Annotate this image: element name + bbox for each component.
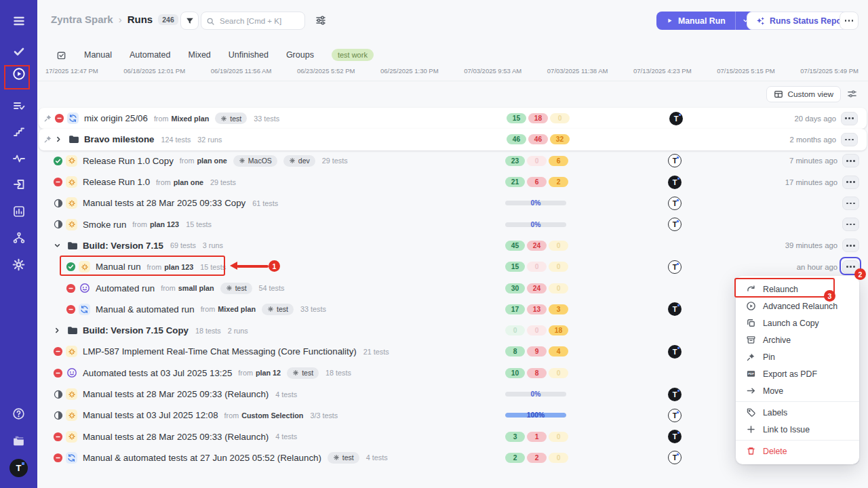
- assignee-avatar[interactable]: T: [668, 302, 682, 316]
- group-row[interactable]: Build: Version 7.1569 tests3 runs4524039…: [37, 235, 868, 256]
- row-more-button[interactable]: [842, 260, 859, 274]
- menu-item-labels[interactable]: Labels: [736, 404, 859, 421]
- run-row[interactable]: Release Run 1.0fromplan one29 tests2162T…: [37, 171, 868, 192]
- tab-unfinished[interactable]: Unfinished: [229, 50, 269, 60]
- assignee-avatar[interactable]: T: [668, 260, 682, 274]
- user-avatar[interactable]: T: [9, 459, 28, 477]
- tab-mixed[interactable]: Mixed: [188, 50, 210, 60]
- timeline-date: 07/15/2025 5:49 PM: [800, 67, 859, 75]
- more-dots-icon: [845, 139, 854, 141]
- search-settings-icon[interactable]: [315, 15, 326, 28]
- menu-item-advanced-relaunch[interactable]: Advanced Relaunch: [736, 298, 859, 314]
- assignee-avatar[interactable]: T: [668, 176, 682, 189]
- avatar-accent: [677, 453, 679, 455]
- run-type-manual-icon: [66, 197, 77, 209]
- help-icon[interactable]: [0, 407, 37, 421]
- result-count-yellow: 6: [549, 156, 568, 166]
- chevron-down-icon: [53, 241, 62, 250]
- milestones-steps-icon[interactable]: [0, 125, 37, 139]
- projects-folder-icon[interactable]: [0, 434, 37, 448]
- run-stats: 464632: [507, 134, 570, 144]
- menu-item-export-as-pdf[interactable]: PDFExport as PDF: [736, 365, 859, 382]
- environment-badge-label: test: [277, 305, 288, 313]
- run-row[interactable]: Manual tests at 28 Mar 2025 09:33 Copy61…: [37, 192, 868, 214]
- result-count-green: 3: [505, 432, 525, 442]
- assignee-avatar[interactable]: T: [669, 112, 683, 125]
- run-row[interactable]: Manual runfromplan 12315 tests1500Tan ho…: [37, 256, 868, 277]
- run-name: Release Run 1.0: [83, 177, 150, 187]
- more-dots-icon: [846, 181, 855, 183]
- settings-gear-icon[interactable]: [0, 258, 37, 272]
- row-more-button[interactable]: [842, 197, 859, 210]
- row-more-button[interactable]: [842, 218, 859, 231]
- runs-count: 32 runs: [197, 136, 222, 144]
- menu-item-pin[interactable]: Pin: [736, 348, 859, 365]
- menu-item-link-to-issue[interactable]: Link to Issue: [736, 421, 859, 438]
- search-input[interactable]: [201, 12, 305, 30]
- run-type-automated-icon: [79, 283, 90, 294]
- progress-bar: 100%: [505, 410, 566, 420]
- sparkles-icon: [755, 16, 765, 26]
- run-type-manual-icon: [66, 388, 77, 400]
- menu-item-delete[interactable]: Delete: [736, 443, 859, 460]
- assignee-avatar[interactable]: T: [668, 430, 682, 443]
- view-settings-icon[interactable]: [847, 89, 857, 102]
- sign-in-icon[interactable]: [0, 178, 37, 191]
- tab-automated[interactable]: Automated: [130, 50, 170, 60]
- assignee-avatar[interactable]: T: [668, 451, 682, 464]
- archive-icon: [746, 335, 756, 345]
- run-context-menu: RelaunchAdvanced RelaunchLaunch a CopyAr…: [736, 276, 859, 464]
- assignee-avatar[interactable]: T: [668, 409, 682, 422]
- filter-button[interactable]: [180, 12, 199, 30]
- select-all-icon[interactable]: [56, 50, 66, 60]
- assignee-avatar[interactable]: T: [668, 197, 682, 210]
- test-cases-icon[interactable]: [0, 99, 37, 113]
- menu-item-launch-a-copy[interactable]: Launch a Copy: [736, 314, 859, 331]
- assignee-avatar[interactable]: T: [668, 218, 682, 231]
- move-arrow-icon: [746, 386, 756, 396]
- run-row[interactable]: Release Run 1.0 Copyfromplan oneMacOSdev…: [37, 150, 868, 171]
- user-avatar-initial: T: [16, 463, 22, 473]
- environment-badge-label: MacOS: [248, 157, 272, 165]
- row-more-button[interactable]: [841, 112, 858, 125]
- menu-item-move[interactable]: Move: [736, 382, 859, 399]
- integrations-branch-icon[interactable]: [0, 231, 37, 245]
- from-label: from: [156, 178, 171, 186]
- environment-badge: MacOS: [233, 155, 277, 167]
- run-row[interactable]: Smoke runfromplan 12315 tests0%T: [37, 214, 868, 235]
- row-more-button[interactable]: [842, 239, 859, 252]
- progress-label: 0%: [505, 390, 566, 398]
- run-row[interactable]: mix origin 25/06fromMixed plantest33 tes…: [39, 108, 867, 129]
- assignee-avatar[interactable]: T: [668, 388, 682, 401]
- header-more-button[interactable]: [840, 12, 859, 30]
- group-row[interactable]: Bravo milestone124 tests32 runs4646322 m…: [39, 129, 867, 150]
- result-count-yellow: 0: [549, 283, 568, 293]
- menu-item-relaunch[interactable]: Relaunch: [736, 281, 859, 298]
- row-more-button[interactable]: [842, 176, 859, 189]
- breadcrumb-page: Runs: [127, 14, 153, 25]
- filter-tag-badge[interactable]: test work: [332, 49, 374, 61]
- run-name: Manual tests at 28 Mar 2025 09:33 (Relau…: [83, 432, 269, 442]
- result-count-green: 0: [505, 325, 525, 336]
- breadcrumb-project[interactable]: Zyntra Spark: [51, 14, 113, 25]
- row-more-button[interactable]: [842, 154, 859, 167]
- result-count-yellow: 0: [549, 368, 568, 378]
- tab-groups[interactable]: Groups: [286, 50, 314, 60]
- assignee-avatar[interactable]: T: [668, 345, 682, 359]
- custom-view-button[interactable]: Custom view: [766, 86, 841, 102]
- avatar-accent: [677, 220, 679, 222]
- reports-chart-icon[interactable]: [0, 205, 37, 218]
- tasks-check-icon[interactable]: [0, 45, 37, 58]
- timeline-date: 07/13/2025 4:23 PM: [633, 67, 692, 75]
- assignee-avatar[interactable]: T: [668, 154, 682, 167]
- manual-run-button[interactable]: Manual Run: [656, 12, 755, 30]
- plan-name: plan one: [174, 178, 203, 186]
- row-more-button[interactable]: [841, 133, 858, 146]
- menu-item-archive[interactable]: Archive: [736, 331, 859, 348]
- from-label: from: [201, 305, 216, 313]
- menu-icon[interactable]: [0, 14, 37, 28]
- activity-pulse-icon[interactable]: [0, 152, 37, 165]
- result-count-green: 30: [505, 283, 525, 293]
- progress-bar: 0%: [505, 389, 566, 399]
- tab-manual[interactable]: Manual: [84, 50, 112, 60]
